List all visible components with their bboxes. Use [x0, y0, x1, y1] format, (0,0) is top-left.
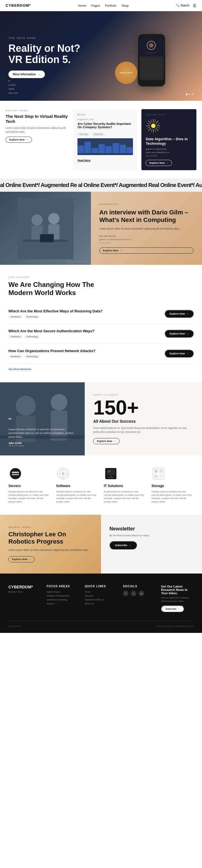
footer-bottom: Privacy Policy © 2022 Cyberdom Inc. All … [8, 621, 194, 627]
menu-icon[interactable]: ☰ [193, 3, 196, 8]
hero-left: THE TECH ZONE Reality or Not?VR Edition … [0, 11, 101, 101]
instagram-icon[interactable]: in [138, 591, 144, 596]
history-item-1-button[interactable]: Explore Now → [165, 310, 194, 318]
svg-line-21 [155, 129, 156, 132]
svg-line-17 [155, 120, 156, 123]
testimonial-overlay: " Saepe fabulas omittantur in periculis … [8, 391, 76, 447]
cta-explore-button[interactable]: Explore Now → [8, 556, 35, 562]
footer-link-science[interactable]: Science [47, 602, 79, 605]
chart-bar [99, 144, 105, 153]
dark-explore-button[interactable]: Explore Now → [146, 160, 172, 166]
testimonial-author-name: Jake Smith [8, 442, 76, 444]
interview-photo [0, 192, 91, 265]
services-section: Servers Ornatus alienum erroribus ius, s… [0, 456, 202, 515]
svg-rect-55 [154, 469, 158, 473]
chart-bar [92, 148, 98, 153]
recent-text: Lorem ipsum dolor sit amet consectetur a… [6, 126, 69, 134]
svg-rect-58 [159, 474, 163, 478]
footer-privacy[interactable]: Privacy Policy [8, 625, 21, 627]
svg-rect-29 [41, 235, 53, 242]
arrow-icon: → [26, 138, 28, 141]
testimonial-author-role: CEO & Founder [8, 444, 76, 447]
footer-top: CYBERDOM* Built Our Tech FOCUS AREAS Hyb… [8, 585, 194, 612]
history-tag-hw3: Hardware [8, 354, 23, 358]
footer-link-quantum[interactable]: Quantum Computing [47, 598, 79, 601]
footer-link-software[interactable]: Software Development [47, 594, 79, 597]
blog-label: BLOG [77, 113, 133, 116]
ticker-bar: al Online Event*/ Augmented Re al Online… [0, 179, 202, 192]
interview-explore-button[interactable]: Explore Now → [99, 247, 194, 254]
arrow-icon: → [120, 249, 122, 252]
footer: CYBERDOM* Built Our Tech FOCUS AREAS Hyb… [0, 574, 202, 632]
chart-bar [127, 147, 133, 153]
interview-tag: AUGMENTED [99, 203, 194, 206]
history-item-1-title: Which Are the Most Effective Ways of Res… [8, 309, 165, 313]
read-more-link[interactable]: Read More [77, 159, 90, 162]
footer-link-services[interactable]: Services [85, 594, 117, 597]
footer-link-about[interactable]: About Us [85, 602, 117, 605]
hero-dot-2[interactable] [189, 93, 191, 95]
chart-bar [112, 143, 119, 153]
service-servers-title: Servers [8, 484, 51, 488]
svg-line-13 [156, 128, 158, 131]
footer-link-cyberdom[interactable]: Cyberdom/ With Us [85, 598, 117, 601]
footer-quick-links: QUICK LINKS Home Services Cyberdom/ With… [85, 585, 117, 612]
footer-link-hybrid[interactable]: Hybrid Cloud [47, 591, 79, 593]
testimonial-side: " Saepe fabulas omittantur in periculis … [0, 382, 85, 456]
history-item-1-tags: Hardware Technology [8, 315, 165, 318]
svg-line-11 [156, 121, 158, 124]
history-tag-tech2: Technology [24, 335, 40, 338]
card-blog: BLOG August 22, 2021 Are Cyber Security … [73, 109, 137, 170]
blog-date: August 22, 2021 [77, 118, 133, 121]
twitter-icon[interactable]: t [131, 591, 136, 596]
stats-explore-button[interactable]: Explore Now → [93, 438, 120, 444]
chart-bar [77, 146, 84, 153]
footer-newsletter: Get Our Latest Research News In Your Inb… [161, 585, 194, 612]
cta-text: Lorem ipsum dolor sit amet consectetur a… [8, 548, 93, 552]
nav-portfolio[interactable]: Portfolio [105, 4, 116, 7]
footer-link-home[interactable]: Home [85, 591, 117, 593]
bottom-cta-section: RECENT NEWS Christopher Lee On Robotics … [0, 515, 202, 574]
history-item-3-button[interactable]: Explore Now → [165, 350, 194, 358]
cta-title: Christopher Lee On Robotics Progress [8, 531, 93, 546]
facebook-icon[interactable]: f [123, 591, 128, 596]
footer-subscribe-button[interactable]: Subscribe → [161, 606, 184, 613]
hero-location: ● London Japan New York [8, 79, 18, 95]
newsletter-subscribe-button[interactable]: Subscribe → [109, 541, 137, 550]
hero-right: Watch Video! [101, 11, 202, 101]
svg-rect-49 [107, 469, 115, 475]
arrow-icon: → [166, 161, 168, 164]
stats-section: " Saepe fabulas omittantur in periculis … [0, 382, 202, 456]
see-more-link[interactable]: See More Moments [8, 368, 31, 371]
blog-image [77, 138, 133, 155]
hero-dot-1[interactable] [186, 93, 187, 95]
footer-logo: CYBERDOM* [8, 585, 41, 589]
search-icon[interactable]: 🔍 Search [176, 4, 190, 7]
history-tag-tech3: Technology [24, 354, 40, 358]
interview-people-graphic [17, 197, 74, 259]
quote-mark: " [8, 416, 76, 426]
history-item-3-title: How Can Organizations Prevent Network At… [8, 349, 165, 353]
arrow-icon: → [29, 558, 31, 561]
hero-dot-3[interactable] [192, 93, 194, 95]
hero-button[interactable]: More Information → [8, 70, 45, 78]
hero-tag: THE TECH ZONE [8, 37, 93, 39]
nav-shop[interactable]: Shop [122, 4, 129, 7]
nav-pages[interactable]: Pages [91, 4, 100, 7]
svg-rect-22 [17, 197, 74, 259]
footer-social-icons: f t in [123, 591, 155, 596]
service-software-title: Software [56, 484, 98, 488]
hero-video-button[interactable]: Watch Video! [115, 62, 137, 84]
history-item-2-button[interactable]: Explore Now → [165, 330, 194, 338]
footer-socials-title: SOCIALS [123, 585, 155, 588]
recent-explore-button[interactable]: Explore Now → [6, 136, 32, 143]
testimonial-text: Saepe fabulas omittantur in periculis vi… [8, 428, 76, 439]
svg-line-20 [151, 129, 152, 132]
svg-line-16 [151, 120, 152, 123]
svg-point-43 [62, 472, 65, 475]
history-section: OUR HISTORY We Are Changing How TheModer… [0, 265, 202, 382]
nav-home[interactable]: Home [78, 4, 86, 7]
chart-bar [105, 146, 112, 153]
service-software-text: Ornatus alienum erroribus ius, sea corru… [56, 490, 98, 503]
footer-quick-links-list: Home Services Cyberdom/ With Us About Us [85, 591, 117, 605]
